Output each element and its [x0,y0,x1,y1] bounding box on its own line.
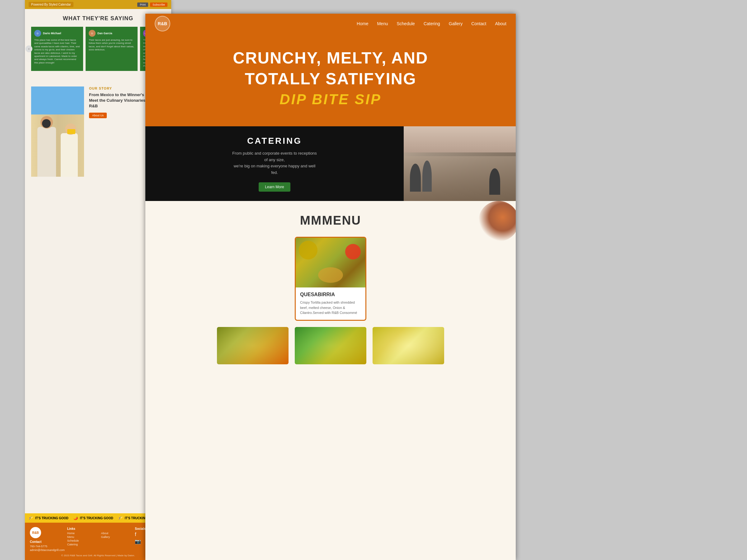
food-overlay-2 [295,327,366,364]
testimonial-card-1: D Dario Michael This place has some of t… [31,27,83,71]
bowl-1 [299,241,317,260]
ticker-emoji-3: 🌮 [118,516,123,520]
powered-by-label: Powered By Styled Calendar [29,2,74,7]
prev-arrow[interactable]: ‹ [26,46,32,52]
about-us-button[interactable]: About Us [89,113,107,118]
subscribe-button[interactable]: Subscribe [150,2,168,7]
nav-link-catering[interactable]: Catering [423,21,440,26]
person-silhouette-1 [410,164,421,192]
footer-link-about[interactable]: About [101,532,132,535]
hero-title-line2: TOTALLY SATIFYING [158,70,503,88]
story-rb: R&B [89,104,98,108]
testimonial-text-2: Their tacos are just amazing, be sure to… [89,38,134,52]
ticker-item-1: 🌮 IT'S TRUCKING GOOD [29,516,69,520]
footer-contact-col: R&B Contact 760-744-5775 admin@rbtacosan… [30,527,65,552]
avatar-2: D [89,30,96,37]
nav-link-schedule[interactable]: Schedule [396,21,415,26]
hat-2 [67,129,75,134]
footer-email: admin@rbtacosandgrill.com [30,549,65,552]
nav-link-menu[interactable]: Menu [377,21,388,26]
bowl-3 [318,267,343,283]
catering-section: CATERING From public and corporate event… [145,126,516,201]
ticker-text-2: IT'S TRUCKING GOOD [80,516,113,520]
catering-description: From public and corporate events to rece… [231,150,318,176]
catering-content: CATERING From public and corporate event… [145,126,404,201]
quesabirria-name: QUESABIRRIA [300,292,361,297]
footer-link-catering[interactable]: Catering [67,543,99,546]
catering-title: CATERING [247,136,302,146]
ticker-item-2: 🌶️ IT'S TRUCKING GOOD [74,516,113,520]
nav-link-home[interactable]: Home [357,21,368,26]
story-image [31,86,84,177]
spice-decoration [479,201,516,241]
person-silhouette-3 [489,168,500,195]
testimonial-text-1: This place has some of the best tacos an… [34,38,80,64]
quesabirria-content: QUESABIRRIA Crispy Tortilla packed with … [296,288,365,320]
menu-item-image-2 [295,327,366,364]
testimonial-name-1: Dario Michael [43,32,61,35]
testimonials-title: WHAT THEY'RE SAYING [31,15,165,22]
food-overlay-3 [372,327,444,364]
testimonial-name-2: Dan Garcia [97,32,112,35]
footer-link-home[interactable]: Home [67,532,99,535]
nav-link-contact[interactable]: Contact [471,21,486,26]
footer-phone: 760-744-5775 [30,545,65,548]
catering-image-bg [404,126,516,201]
nav-link-gallery[interactable]: Gallery [449,21,463,26]
ticker-emoji-1: 🌮 [29,516,33,520]
menu-items-row [158,327,503,364]
catering-image [404,126,516,201]
quesabirria-image [296,238,365,288]
menu-item-image-3 [372,327,444,364]
navigation-bar: R&B Home Menu Schedule Catering Gallery … [145,14,516,34]
nav-logo-text: R&B [158,21,167,26]
nav-link-about[interactable]: About [495,21,507,26]
footer-links-col: Links Home Menu Schedule Catering [67,527,99,552]
print-button[interactable]: Print [137,2,148,7]
testimonial-header-2: D Dan Garcia [89,30,134,37]
footer-link-gallery[interactable]: Gallery [101,535,132,538]
testimonial-header-1: D Dario Michael [34,30,80,37]
menu-section: MMMENU QUESABIRRIA Crispy Tortilla packe… [145,201,516,374]
testimonials-container: ‹ D Dario Michael This place has some of… [31,27,165,71]
cartoon-person-2 [61,133,78,177]
ticker-emoji-2: 🌶️ [74,516,78,520]
footer-links2-col: . About Gallery [101,527,132,552]
bowl-2 [345,244,361,260]
hero-section: CRUNCHY, MELTY, AND TOTALLY SATIFYING DI… [145,34,516,126]
footer-logo: R&B [30,527,41,538]
hero-subtitle: DIP BITE SIP [158,91,503,108]
food-overlay-1 [217,327,288,364]
nav-links: Home Menu Schedule Catering Gallery Cont… [357,21,507,26]
menu-title: MMMENU [158,213,503,228]
spice-blob [479,201,516,241]
hero-title-line1: CRUNCHY, MELTY, AND [158,49,503,67]
calendar-bar: Powered By Styled Calendar Print Subscri… [25,0,171,9]
ticker-text-1: IT'S TRUCKING GOOD [35,516,69,520]
hat-1 [42,119,51,128]
calendar-bar-buttons: Print Subscribe [137,2,168,7]
cartoon-person-1 [37,127,56,177]
footer-link-schedule[interactable]: Schedule [67,539,99,542]
footer-logo-area: R&B [30,527,65,538]
person-silhouette-2 [422,161,432,192]
ceiling-area [404,126,516,153]
menu-item-image-1 [217,327,288,364]
footer-link-menu[interactable]: Menu [67,535,99,538]
main-menu-card-wrapper: QUESABIRRIA Crispy Tortilla packed with … [158,237,503,321]
story-bg [31,86,84,177]
testimonial-card-2: D Dan Garcia Their tacos are just amazin… [85,27,137,71]
right-panel: R&B Home Menu Schedule Catering Gallery … [145,14,516,560]
learn-more-button[interactable]: Learn More [259,182,290,192]
nav-logo: R&B [155,16,170,31]
footer-links-title: Links [67,527,99,530]
quesabirria-card: QUESABIRRIA Crispy Tortilla packed with … [295,237,366,321]
footer-contact-title: Contact [30,540,65,543]
quesabirria-desc: Crispy Tortilla packed with shredded bee… [300,300,361,316]
avatar-1: D [34,30,41,37]
